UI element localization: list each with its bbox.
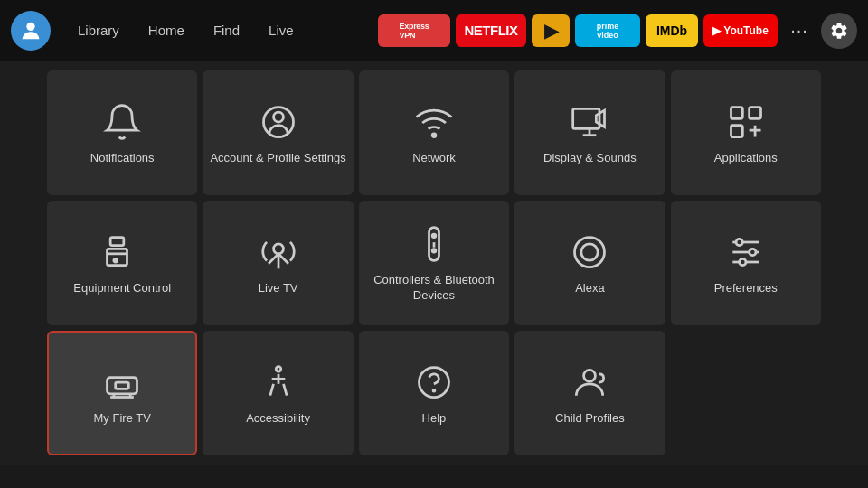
apps-icon	[726, 102, 766, 142]
alexa-icon	[570, 232, 609, 272]
app-imdb[interactable]: IMDb	[646, 14, 698, 47]
app-youtube[interactable]: ▶ YouTube	[703, 14, 778, 47]
wifi-icon	[414, 102, 454, 142]
remote-icon	[414, 224, 454, 264]
grid-help[interactable]: Help	[359, 331, 509, 455]
grid-empty	[671, 331, 821, 455]
svg-point-14	[432, 234, 436, 238]
applications-label: Applications	[714, 151, 778, 166]
avatar[interactable]	[11, 11, 51, 51]
grid-alexa[interactable]: Alexa	[514, 201, 665, 325]
account-profile-label: Account & Profile Settings	[210, 151, 345, 166]
grid-account-profile[interactable]: Account & Profile Settings	[203, 70, 353, 195]
fire-stick-icon	[102, 362, 142, 402]
accessibility-label: Accessibility	[246, 411, 310, 427]
display-sounds-label: Display & Sounds	[543, 151, 637, 166]
svg-point-18	[581, 243, 598, 259]
svg-point-16	[432, 249, 436, 253]
svg-point-0	[26, 22, 34, 30]
grid-child-profiles[interactable]: Child Profiles	[514, 331, 665, 455]
tv-remote-icon	[102, 232, 142, 272]
svg-point-17	[575, 237, 605, 267]
svg-point-31	[419, 367, 448, 397]
my-fire-tv-label: My Fire TV	[94, 411, 151, 427]
nav-links: Library Home Find Live	[65, 17, 307, 43]
svg-rect-8	[731, 125, 742, 136]
grid-network[interactable]: Network	[359, 70, 509, 195]
alexa-label: Alexa	[575, 281, 605, 296]
accessibility-icon	[259, 362, 298, 402]
child-profiles-label: Child Profiles	[555, 411, 625, 427]
svg-rect-7	[749, 107, 760, 118]
bell-icon	[102, 102, 142, 142]
settings-button[interactable]	[821, 13, 857, 49]
app-prime[interactable]: primevideo	[575, 14, 640, 47]
app-expressvpn[interactable]: ExpressVPN	[378, 14, 450, 47]
help-label: Help	[422, 411, 447, 427]
nav-library[interactable]: Library	[65, 17, 132, 43]
equipment-control-label: Equipment Control	[73, 281, 171, 296]
grid-preferences[interactable]: Preferences	[671, 201, 821, 325]
svg-point-23	[749, 249, 755, 255]
svg-point-24	[739, 258, 745, 265]
question-icon	[414, 362, 454, 402]
network-label: Network	[412, 151, 456, 166]
svg-rect-29	[116, 382, 129, 389]
grid-controllers-bluetooth[interactable]: Controllers & Bluetooth Devices	[359, 201, 509, 325]
svg-rect-6	[731, 107, 742, 118]
svg-point-33	[584, 370, 596, 381]
notifications-label: Notifications	[90, 151, 155, 166]
sliders-icon	[726, 232, 766, 272]
grid-equipment-control[interactable]: Equipment Control	[47, 201, 197, 325]
grid-accessibility[interactable]: Accessibility	[203, 331, 353, 455]
controllers-bluetooth-label: Controllers & Bluetooth Devices	[366, 273, 502, 304]
svg-point-30	[276, 366, 281, 371]
svg-rect-10	[110, 237, 124, 245]
settings-main: Notifications Account & Profile Settings	[0, 61, 868, 465]
svg-point-32	[433, 389, 435, 391]
nav-more-button[interactable]: ···	[783, 14, 816, 47]
svg-point-2	[273, 112, 283, 122]
person-circle-icon	[259, 102, 298, 142]
svg-rect-25	[108, 377, 137, 393]
app-netflix[interactable]: NETFLIX	[456, 14, 526, 47]
nav-find[interactable]: Find	[201, 17, 252, 43]
app-plex[interactable]: ▶	[532, 14, 570, 47]
svg-point-3	[432, 133, 436, 136]
svg-rect-9	[108, 249, 127, 265]
top-nav: Library Home Find Live ExpressVPN NETFLI…	[0, 0, 868, 61]
svg-point-22	[736, 239, 742, 245]
antenna-icon	[259, 232, 298, 272]
nav-apps: ExpressVPN NETFLIX ▶ primevideo IMDb ▶ Y…	[378, 13, 857, 49]
grid-notifications[interactable]: Notifications	[47, 70, 197, 195]
grid-applications[interactable]: Applications	[671, 70, 821, 195]
settings-grid: Notifications Account & Profile Settings	[47, 70, 821, 455]
live-tv-label: Live TV	[259, 281, 298, 296]
grid-my-fire-tv[interactable]: My Fire TV	[47, 331, 197, 455]
child-profile-icon	[570, 362, 609, 402]
display-sound-icon	[570, 102, 609, 142]
svg-point-11	[114, 258, 118, 262]
nav-live[interactable]: Live	[256, 17, 307, 43]
grid-display-sounds[interactable]: Display & Sounds	[514, 70, 665, 195]
nav-home[interactable]: Home	[136, 17, 197, 43]
preferences-label: Preferences	[714, 281, 778, 296]
grid-live-tv[interactable]: Live TV	[203, 201, 353, 325]
